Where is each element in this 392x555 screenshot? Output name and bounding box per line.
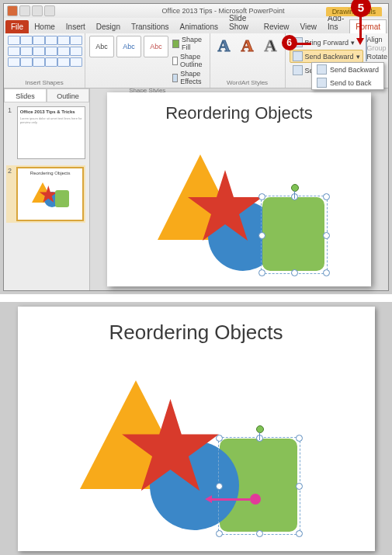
annotation-dot bbox=[250, 494, 261, 505]
wordart-style-1[interactable]: A bbox=[214, 36, 234, 56]
shapes-container bbox=[154, 154, 340, 279]
wordart-style-2[interactable]: A bbox=[238, 36, 258, 56]
result-shapes bbox=[80, 380, 328, 543]
slide-panel: Slides Outline 1 Office 2013 Tips & Tric… bbox=[4, 88, 90, 290]
pane-tabs: Slides Outline bbox=[4, 88, 89, 102]
tab-file[interactable]: File bbox=[5, 20, 29, 33]
group-button[interactable]: Group bbox=[366, 44, 388, 52]
tab-insert[interactable]: Insert bbox=[61, 20, 91, 33]
group-wordart: A A A WordArt Styles 6 bbox=[210, 33, 286, 88]
shape-style-2[interactable]: Abc bbox=[116, 36, 141, 57]
tab-design[interactable]: Design bbox=[91, 20, 126, 33]
send-to-back-menu-icon bbox=[317, 78, 327, 88]
tab-transitions[interactable]: Transitions bbox=[126, 20, 175, 33]
wordart-style-3[interactable]: A bbox=[261, 36, 281, 56]
result-panel: Reordering Objects bbox=[0, 302, 392, 555]
result-slide-title: Reordering Objects bbox=[18, 307, 375, 345]
send-backward-dropdown: Send Backward Send to Back bbox=[311, 62, 384, 90]
menu-send-backward[interactable]: Send Backward bbox=[312, 63, 383, 76]
app-window: Office 2013 Tips - Microsoft PowerPoint … bbox=[3, 3, 389, 291]
thumb-2-preview: Reordering Objects bbox=[16, 167, 84, 221]
rotate-button[interactable]: Rotate bbox=[366, 53, 388, 61]
result-slide: Reordering Objects bbox=[18, 307, 375, 551]
app-icon[interactable] bbox=[7, 5, 18, 16]
group-label-insert-shapes: Insert Shapes bbox=[8, 79, 81, 86]
workspace: Slides Outline 1 Office 2013 Tips & Tric… bbox=[4, 88, 388, 290]
qat-undo[interactable] bbox=[32, 5, 43, 16]
qat-save[interactable] bbox=[19, 5, 30, 16]
thumb-2-num: 2 bbox=[8, 167, 13, 221]
ribbon: Insert Shapes Abc Abc Abc Shape Fill Sha… bbox=[4, 33, 388, 88]
tab-home[interactable]: Home bbox=[29, 20, 61, 33]
result-rotate-handle[interactable] bbox=[256, 425, 264, 433]
thumbnails: 1 Office 2013 Tips & Tricks Lorem ipsum … bbox=[4, 102, 89, 290]
ribbon-tabs: Drawing Tools File Home Insert Design Tr… bbox=[4, 18, 388, 33]
menu-send-to-back[interactable]: Send to Back bbox=[312, 76, 383, 89]
send-backward-menu-icon bbox=[317, 64, 327, 75]
shape-style-3[interactable]: Abc bbox=[144, 36, 168, 57]
tab-slideshow[interactable]: Slide Show bbox=[224, 12, 258, 33]
tab-format[interactable]: Format bbox=[349, 19, 387, 33]
callout-6: 6 bbox=[282, 35, 297, 50]
slide-canvas[interactable]: Reordering Objects bbox=[90, 88, 388, 290]
slide: Reordering Objects bbox=[107, 92, 371, 286]
shape-options: Shape Fill Shape Outline Shape Effects bbox=[172, 36, 206, 85]
selection-pane-icon bbox=[293, 65, 303, 75]
align-button[interactable]: Align bbox=[366, 36, 388, 43]
thumb-1-num: 1 bbox=[8, 106, 14, 159]
shape-fill-button[interactable]: Shape Fill bbox=[172, 36, 206, 51]
group-insert-shapes: Insert Shapes bbox=[4, 33, 85, 88]
thumb-1[interactable]: 1 Office 2013 Tips & Tricks Lorem ipsum … bbox=[8, 106, 85, 159]
slide-title: Reordering Objects bbox=[107, 92, 371, 123]
pane-tab-slides[interactable]: Slides bbox=[4, 88, 47, 102]
rotate-handle[interactable] bbox=[291, 184, 299, 192]
shape-outline-button[interactable]: Shape Outline bbox=[172, 53, 206, 68]
quick-access-toolbar bbox=[7, 5, 55, 16]
thumb-1-preview: Office 2013 Tips & Tricks Lorem ipsum do… bbox=[17, 106, 85, 159]
send-backward-button[interactable]: Send Backward ▾ bbox=[290, 50, 363, 63]
shape-style-gallery[interactable]: Abc Abc Abc bbox=[89, 36, 168, 85]
shape-gallery[interactable] bbox=[8, 36, 81, 67]
tab-view[interactable]: View bbox=[295, 20, 323, 33]
tab-review[interactable]: Review bbox=[258, 20, 295, 33]
shape-style-1[interactable]: Abc bbox=[89, 36, 114, 57]
callout-5-arrow bbox=[359, 16, 362, 39]
send-backward-icon bbox=[293, 51, 303, 61]
shape-effects-button[interactable]: Shape Effects bbox=[172, 70, 206, 85]
qat-redo[interactable] bbox=[44, 5, 55, 16]
wordart-gallery[interactable]: A A A bbox=[214, 36, 281, 56]
thumb-2[interactable]: 2 Reordering Objects bbox=[6, 165, 85, 223]
group-shape-styles: Abc Abc Abc Shape Fill Shape Outline Sha… bbox=[85, 33, 210, 88]
selection-handles[interactable] bbox=[261, 196, 328, 274]
group-label-wordart: WordArt Styles bbox=[214, 79, 281, 86]
result-selection-handles[interactable] bbox=[218, 437, 300, 535]
annotation-arrow bbox=[211, 498, 250, 501]
tab-animations[interactable]: Animations bbox=[175, 20, 224, 33]
pane-tab-outline[interactable]: Outline bbox=[47, 88, 89, 102]
